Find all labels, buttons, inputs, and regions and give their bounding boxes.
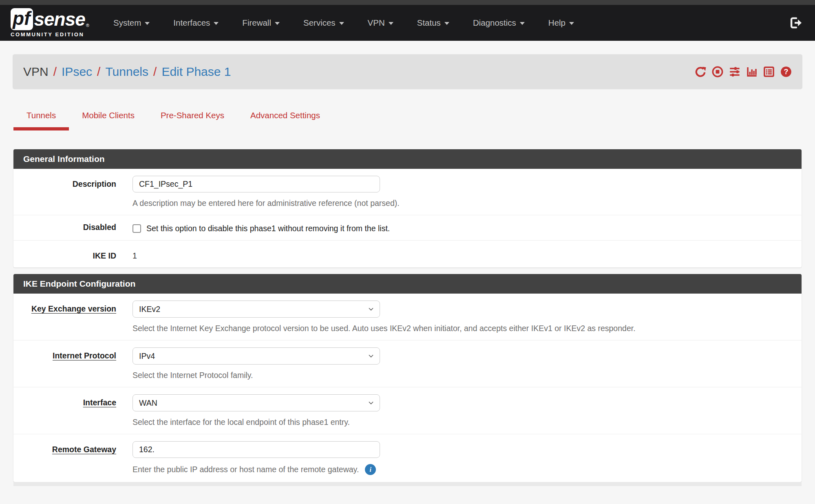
sign-out-icon[interactable] [789,16,804,29]
log-list-icon[interactable] [763,66,775,77]
panel-title-general-information: General Information [13,149,802,169]
nav-item-system[interactable]: System [102,18,161,28]
key-exchange-version-row: Key Exchange version IKEv2 Select the In… [13,294,802,340]
breadcrumb-link-tunnels[interactable]: Tunnels [105,65,148,79]
tab-mobile-clients[interactable]: Mobile Clients [69,111,148,130]
stop-circle-icon[interactable] [712,66,723,77]
breadcrumb-link-edit-phase1[interactable]: Edit Phase 1 [161,65,231,79]
window-top-strip [0,0,815,5]
caret-down-icon [339,22,344,25]
nav-item-services[interactable]: Services [292,18,356,28]
nav-item-status[interactable]: Status [405,18,461,28]
disabled-row: Disabled Set this option to disable this… [13,215,802,241]
breadcrumb-separator: / [153,65,157,79]
interface-row: Interface WAN Select the interface for t… [13,387,802,434]
caret-down-icon [389,22,393,25]
caret-down-icon [275,22,280,25]
breadcrumb-root: VPN [23,65,49,79]
description-row: Description A description may be entered… [13,169,802,215]
info-icon[interactable]: i [365,464,376,475]
caret-down-icon [214,22,219,25]
tab-advanced-settings[interactable]: Advanced Settings [237,111,333,130]
caret-down-icon [569,22,574,25]
svg-text:?: ? [784,68,788,76]
logo-tagline: COMMUNITY EDITION [11,31,89,38]
remote-gateway-input[interactable] [133,441,380,458]
interface-help-text: Select the interface for the local endpo… [133,418,792,427]
breadcrumb-separator: / [53,65,57,79]
next-row-divider [13,482,802,486]
ike-endpoint-configuration-panel: IKE Endpoint Configuration Key Exchange … [13,274,802,482]
bar-chart-icon[interactable] [746,66,758,77]
disabled-checkbox-text: Set this option to disable this phase1 w… [146,224,390,233]
main-navbar: pf sense ® COMMUNITY EDITION System Inte… [0,5,815,41]
key-exchange-version-select[interactable]: IKEv2 [133,301,380,318]
description-help-text: A description may be entered here for ad… [133,199,792,208]
caret-down-icon [520,22,525,25]
page-action-icons: ? [695,66,792,77]
interface-select[interactable]: WAN [133,394,380,411]
breadcrumb: VPN / IPsec / Tunnels / Edit Phase 1 [23,65,231,79]
redo-icon[interactable] [695,66,706,77]
remote-gateway-help-text: Enter the public IP address or host name… [133,465,359,474]
help-circle-icon[interactable]: ? [780,66,792,77]
panel-title-ike-endpoint-configuration: IKE Endpoint Configuration [13,274,802,294]
general-information-panel: General Information Description A descri… [13,149,802,267]
logo-registered-mark: ® [86,23,89,28]
pfsense-logo[interactable]: pf sense ® COMMUNITY EDITION [11,8,89,38]
nav-item-interfaces[interactable]: Interfaces [161,18,230,28]
remote-gateway-row: Remote Gateway Enter the public IP addre… [13,434,802,482]
internet-protocol-help-text: Select the Internet Protocol family. [133,371,792,380]
internet-protocol-select[interactable]: IPv4 [133,347,380,365]
nav-item-vpn[interactable]: VPN [356,18,405,28]
nav-item-firewall[interactable]: Firewall [230,18,292,28]
remote-gateway-label: Remote Gateway [13,441,116,454]
disabled-checkbox[interactable] [133,224,141,233]
key-exchange-version-label: Key Exchange version [13,301,116,314]
tab-bar: Tunnels Mobile Clients Pre-Shared Keys A… [13,89,802,130]
ike-id-value: 1 [133,248,792,261]
disabled-label: Disabled [13,222,116,232]
internet-protocol-label: Internet Protocol [13,347,116,360]
description-input[interactable] [133,176,380,192]
breadcrumb-separator: / [97,65,100,79]
interface-label: Interface [13,394,116,407]
nav-item-help[interactable]: Help [537,18,586,28]
caret-down-icon [145,22,150,25]
sliders-icon[interactable] [729,66,740,77]
description-label: Description [13,176,116,189]
tab-tunnels[interactable]: Tunnels [13,111,69,130]
nav-item-diagnostics[interactable]: Diagnostics [461,18,537,28]
nav-menu: System Interfaces Firewall Services VPN … [102,18,586,28]
ike-id-label: IKE ID [13,248,116,261]
key-exchange-version-help-text: Select the Internet Key Exchange protoco… [133,324,792,333]
remote-gateway-help: Enter the public IP address or host name… [133,464,792,475]
logo-sense-text: sense [34,8,85,30]
breadcrumb-link-ipsec[interactable]: IPsec [62,65,92,79]
logo-pf-mark: pf [11,8,33,30]
ike-id-row: IKE ID 1 [13,241,802,267]
tab-pre-shared-keys[interactable]: Pre-Shared Keys [148,111,237,130]
caret-down-icon [444,22,449,25]
internet-protocol-row: Internet Protocol IPv4 Select the Intern… [13,340,802,387]
breadcrumb-bar: VPN / IPsec / Tunnels / Edit Phase 1 [13,54,802,89]
